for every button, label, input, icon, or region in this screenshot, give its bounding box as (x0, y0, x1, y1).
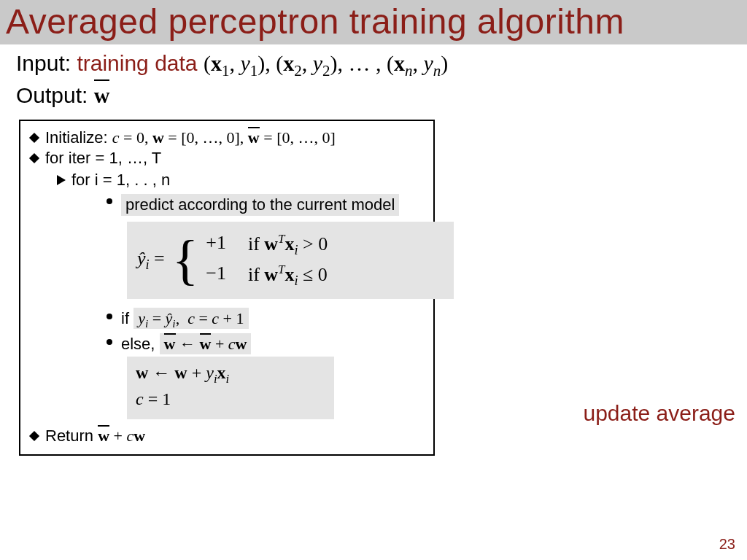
disc-bullet-icon (107, 198, 112, 204)
predict-row: predict according to the current model (107, 194, 426, 216)
slide-title: Averaged perceptron training algorithm (6, 1, 741, 42)
if-math: yi = ŷi, c = c + 1 (133, 308, 248, 329)
else-row: else, w ← w + cw (107, 335, 426, 354)
io-section: Input: training data (x1, y1), (x2, y2),… (0, 44, 747, 115)
case-plus1: +1 (206, 232, 226, 258)
algorithm-box: Initialize: c = 0, w = [0, …, 0], w = [0… (19, 120, 435, 456)
if-row: if yi = ŷi, c = c + 1 (107, 309, 426, 330)
for-inner-wrap: for i = 1, . . , n predict according to … (57, 171, 426, 419)
if-label: if (121, 309, 129, 327)
else-line2: w ← w + yixi (136, 361, 325, 387)
for-outer-row: for iter = 1, …, T (28, 149, 426, 168)
return-label: Return (45, 427, 93, 445)
else-line3: c = 1 (136, 387, 325, 412)
disc-bullet-icon (107, 339, 112, 345)
output-label: Output: (16, 83, 88, 107)
return-row: Return w + cw (28, 427, 426, 446)
diamond-bullet-icon (29, 153, 39, 163)
initialize-label: Initialize: (45, 128, 108, 147)
predict-text: predict according to the current model (121, 194, 399, 216)
for-outer-text: for iter = 1, …, T (45, 149, 161, 168)
else-block: w ← w + yixi c = 1 (127, 357, 334, 419)
inner-body: predict according to the current model ŷ… (107, 194, 426, 419)
case-minus1-cond: if wTxi ≤ 0 (248, 262, 328, 289)
else-content: else, w ← w + cw (121, 335, 251, 354)
input-line: Input: training data (x1, y1), (x2, y2),… (16, 49, 734, 81)
else-label: else, (121, 335, 155, 353)
input-math: (x1, y1), (x2, y2), … , (xn, yn) (204, 51, 448, 75)
yhat-lhs: ŷi = (137, 248, 165, 273)
output-line: Output: w (16, 81, 734, 111)
if-content: if yi = ŷi, c = c + 1 (121, 309, 249, 330)
page-number: 23 (719, 536, 735, 553)
return-content: Return w + cw (45, 427, 145, 446)
initialize-content: Initialize: c = 0, w = [0, …, 0], w = [0… (45, 128, 336, 147)
annotation-update-average: update average (583, 401, 735, 426)
initialize-math: c = 0, w = [0, …, 0], w = [0, …, 0] (112, 128, 336, 147)
title-bar: Averaged perceptron training algorithm (0, 0, 747, 44)
diamond-bullet-icon (29, 133, 39, 143)
input-label: Input: (16, 51, 71, 75)
disc-bullet-icon (107, 314, 112, 319)
case-minus1: −1 (206, 262, 226, 289)
case-plus1-cond: if wTxi > 0 (248, 232, 328, 258)
brace-icon: { (172, 241, 198, 279)
prediction-equation: ŷi = { +1 if wTxi > 0 −1 if wTxi ≤ 0 (127, 222, 454, 299)
triangle-bullet-icon (57, 175, 66, 185)
output-math: w (94, 83, 110, 107)
cases: +1 if wTxi > 0 −1 if wTxi ≤ 0 (206, 232, 328, 289)
for-inner-row: for i = 1, . . , n (57, 171, 426, 190)
else-math-inline: w ← w + cw (160, 333, 252, 354)
for-inner-text: for i = 1, . . , n (71, 171, 170, 190)
input-highlight: training data (77, 51, 197, 75)
diamond-bullet-icon (29, 431, 39, 441)
initialize-row: Initialize: c = 0, w = [0, …, 0], w = [0… (28, 128, 426, 147)
return-math: w + cw (98, 427, 145, 445)
